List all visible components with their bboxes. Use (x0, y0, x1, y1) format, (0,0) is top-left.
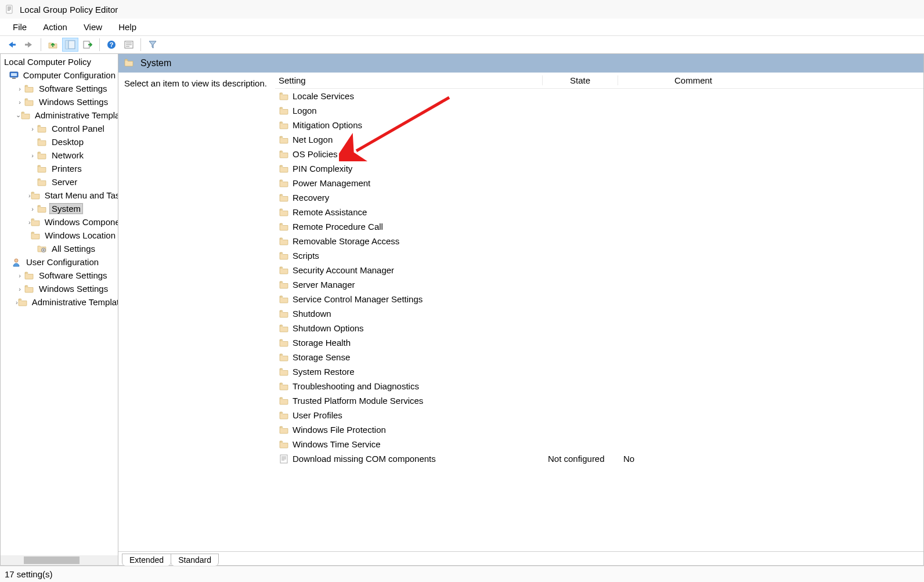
folder-icon (279, 280, 289, 290)
list-item[interactable]: Windows File Protection (275, 422, 923, 437)
list-item[interactable]: Remote Assistance (275, 205, 923, 219)
list-item[interactable]: Download missing COM componentsNot confi… (275, 451, 923, 466)
tree-item[interactable]: ›Control Panel (1, 122, 118, 135)
list-rows[interactable]: Locale ServicesLogonMitigation OptionsNe… (275, 89, 923, 551)
folder-icon (21, 110, 30, 121)
tree-item-label: Windows Location (42, 230, 118, 240)
tree-expander[interactable]: › (16, 272, 24, 279)
tree-expander[interactable]: › (28, 205, 37, 212)
folder-icon (279, 120, 289, 131)
list-item[interactable]: Net Logon (275, 132, 923, 147)
list-item[interactable]: Scripts (275, 248, 923, 263)
menu-file[interactable]: File (5, 20, 35, 34)
list-item[interactable]: Troubleshooting and Diagnostics (275, 379, 923, 393)
policy-icon (279, 454, 289, 464)
list-item[interactable]: Windows Time Service (275, 437, 923, 451)
tree-item-label: Software Settings (37, 270, 110, 280)
tree-item[interactable]: ⌄Administrative Templates (1, 109, 118, 122)
app-icon (5, 4, 15, 15)
tree-expander[interactable]: › (28, 125, 37, 132)
folder-icon (279, 91, 289, 102)
computer-icon (9, 70, 19, 81)
tree-expander[interactable]: ⌄ (16, 111, 21, 119)
tree-item[interactable]: ›Software Settings (1, 82, 118, 95)
tree-item[interactable]: ›Windows Settings (1, 95, 118, 109)
setting-label: Shutdown Options (293, 323, 364, 333)
column-header-comment[interactable]: Comment (618, 75, 768, 85)
list-item[interactable]: Locale Services (275, 89, 923, 103)
list-item[interactable]: Shutdown (275, 306, 923, 321)
svg-point-21 (43, 249, 44, 250)
tree-expander[interactable]: › (16, 85, 24, 92)
tree-item[interactable]: Windows Location (1, 229, 118, 242)
tree-item[interactable]: ›Software Settings (1, 269, 118, 282)
column-header-state[interactable]: State (542, 75, 618, 85)
folder-icon (279, 222, 289, 232)
list-item[interactable]: User Profiles (275, 408, 923, 422)
filter-icon[interactable] (145, 38, 161, 52)
list-item[interactable]: System Restore (275, 364, 923, 379)
tree-item[interactable]: Desktop (1, 135, 118, 149)
tree-item-label: System (49, 203, 83, 214)
tree-item[interactable]: ›Windows Components (1, 215, 118, 229)
setting-label: Windows Time Service (293, 439, 381, 449)
content-title: System (140, 58, 171, 68)
tree-item[interactable]: All Settings (1, 242, 118, 255)
list-item[interactable]: Mitigation Options (275, 118, 923, 132)
list-item[interactable]: Logon (275, 103, 923, 118)
folder-icon (279, 164, 289, 174)
tree-item[interactable]: Computer Configuration (1, 68, 118, 82)
tree-root[interactable]: Local Computer Policy (1, 55, 118, 68)
export-list-icon[interactable] (80, 38, 96, 52)
folder-icon (124, 59, 133, 68)
list-item[interactable]: Service Control Manager Settings (275, 292, 923, 306)
forward-icon[interactable] (21, 38, 37, 52)
setting-label: Logon (293, 106, 317, 115)
up-folder-icon[interactable] (45, 38, 61, 52)
menu-action[interactable]: Action (35, 20, 75, 34)
tree-expander[interactable]: › (16, 285, 24, 292)
tree-item-label: Server (49, 177, 80, 187)
menu-help[interactable]: Help (110, 20, 145, 34)
scrollbar-thumb[interactable] (24, 556, 80, 564)
help-icon[interactable]: ? (103, 38, 120, 52)
properties-icon[interactable] (121, 38, 137, 52)
list-item[interactable]: Power Management (275, 176, 923, 190)
list-item[interactable]: Security Account Manager (275, 263, 923, 277)
tree-horizontal-scrollbar[interactable] (1, 555, 118, 565)
tree-item[interactable]: ›Windows Settings (1, 282, 118, 295)
tree-item-label: Control Panel (49, 124, 107, 133)
tree-expander[interactable]: › (16, 99, 24, 106)
tree-pane[interactable]: Local Computer PolicyComputer Configurat… (0, 54, 118, 566)
list-item[interactable]: OS Policies (275, 147, 923, 161)
column-header-setting[interactable]: Setting (275, 75, 542, 85)
list-item[interactable]: Removable Storage Access (275, 234, 923, 248)
tree-item[interactable]: Server (1, 175, 118, 189)
folder-icon (279, 149, 289, 160)
list-item[interactable]: Storage Sense (275, 350, 923, 364)
menu-view[interactable]: View (75, 20, 110, 34)
list-item[interactable]: Remote Procedure Call (275, 219, 923, 234)
folder-icon (279, 309, 289, 319)
tree-expander[interactable]: › (28, 152, 37, 159)
list-item[interactable]: Shutdown Options (275, 321, 923, 335)
show-tree-icon[interactable] (62, 38, 78, 52)
tree-item[interactable]: Printers (1, 162, 118, 175)
tree-item[interactable]: ›Network (1, 149, 118, 162)
list-item[interactable]: Storage Health (275, 335, 923, 350)
tree-item[interactable]: ›System (1, 202, 118, 215)
list-item[interactable]: Trusted Platform Module Services (275, 393, 923, 408)
tree-item[interactable]: User Configuration (1, 255, 118, 269)
list-item[interactable]: Server Manager (275, 277, 923, 292)
list-item[interactable]: PIN Complexity (275, 161, 923, 176)
back-icon[interactable] (3, 38, 20, 52)
tab-standard[interactable]: Standard (171, 554, 219, 566)
setting-label: Troubleshooting and Diagnostics (293, 381, 419, 391)
content-tabs: Extended Standard (118, 551, 923, 565)
tree-item[interactable]: ›Administrative Templates (1, 295, 118, 309)
list-item[interactable]: Recovery (275, 190, 923, 205)
tree-item[interactable]: ›Start Menu and Taskbar (1, 189, 118, 202)
tab-extended[interactable]: Extended (122, 554, 171, 566)
folder-icon (279, 251, 289, 261)
svg-rect-18 (11, 73, 17, 76)
